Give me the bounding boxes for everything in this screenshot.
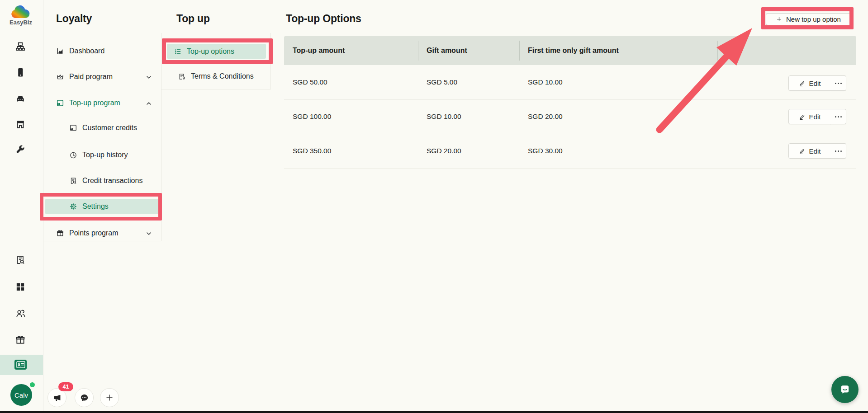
annotation-highlight-top-up-options [162,38,273,64]
user-avatar-label: Calv [14,391,28,399]
easybiz-logo-icon[interactable] [10,4,31,19]
apps-grid-icon[interactable] [15,282,26,292]
nav-item-label: Credit transactions [82,177,142,185]
nav-item-label: Top-up history [82,151,128,159]
store-icon[interactable] [15,119,26,130]
pencil-icon [799,113,806,120]
edit-button[interactable]: Edit [788,109,831,124]
document-search-icon[interactable] [15,254,26,265]
annotation-highlight-new-button [761,7,854,29]
brand-name: EasyBiz [0,19,42,26]
intercom-chat-icon [839,383,851,396]
nav-item-label: Dashboard [69,47,104,55]
nav-item-label: Top-up program [69,99,120,107]
nav-item-top-up-program[interactable]: Top-up program [43,93,161,113]
nav-item-credit-transactions[interactable]: Credit transactions [43,170,161,191]
annotation-highlight-settings [40,193,162,221]
row-actions-menu-button[interactable] [830,143,846,159]
column-header-gift-amount: Gift amount [427,36,467,65]
mobile-app-icon[interactable] [15,67,26,78]
column-separator [717,41,718,61]
rail-item-memberships-selected[interactable] [0,355,43,375]
chevron-up-icon [145,100,152,107]
vehicle-icon[interactable] [15,93,26,104]
org-structure-icon[interactable] [15,41,26,52]
row-divider [284,134,856,134]
edit-button[interactable]: Edit [788,75,831,91]
column-separator [519,41,520,61]
edit-button-label: Edit [809,113,821,121]
membership-card-icon [14,360,27,370]
row-actions-menu-button[interactable] [830,109,846,124]
annotation-arrow [633,14,778,140]
cell-topup-amount: SGD 50.00 [293,65,327,99]
credits-card-icon [69,124,77,132]
column-header-first-time-gift: First time only gift amount [528,36,619,65]
chevron-down-icon [145,74,152,81]
add-button[interactable] [100,388,119,407]
column-header-topup-amount: Top-up amount [293,36,345,65]
user-avatar[interactable]: Calv [10,384,32,406]
nav-item-label: Customer credits [82,124,137,132]
row-divider [284,99,856,100]
ellipsis-icon [835,150,842,152]
gift-icon[interactable] [15,334,26,345]
cell-gift-amount: SGD 20.00 [427,134,461,168]
ellipsis-icon [835,83,842,84]
ellipsis-icon [835,116,842,117]
edit-button[interactable]: Edit [788,143,831,159]
megaphone-icon [52,393,62,403]
chat-dots-icon [80,393,89,403]
nav-item-label: Points program [69,229,119,237]
online-status-dot [29,381,36,388]
cell-first-time-gift: SGD 30.00 [528,134,563,168]
top-up-card-icon [56,99,64,107]
customers-icon[interactable] [15,308,26,319]
cell-topup-amount: SGD 350.00 [293,134,331,168]
app-window: EasyBiz [0,0,868,413]
cell-gift-amount: SGD 5.00 [427,65,457,99]
edit-button-label: Edit [809,80,821,87]
terms-document-icon [178,73,185,80]
points-gift-icon [56,229,64,237]
loyalty-panel-title: Loyalty [56,13,92,25]
nav-item-top-up-history[interactable]: Top-up history [43,145,161,165]
transactions-search-icon [69,177,77,185]
topup-panel-title: Top up [176,13,210,25]
nav-item-paid-program[interactable]: Paid program [43,66,161,87]
chevron-down-icon [145,230,152,237]
cell-first-time-gift: SGD 10.00 [528,65,563,99]
topup-panel-border-bottom [161,89,271,89]
nav-item-label: Paid program [69,73,113,81]
cell-topup-amount: SGD 100.00 [293,99,331,134]
row-actions-menu-button[interactable] [830,75,846,91]
nav-item-customer-credits[interactable]: Customer credits [43,117,161,138]
clock-icon [69,151,77,159]
cell-first-time-gift: SGD 20.00 [528,99,563,134]
window-bottom-edge [0,411,868,413]
nav-item-points-program[interactable]: Points program [43,223,161,244]
crown-icon [56,73,64,81]
subnav-item-label: Terms & Conditions [191,72,254,80]
edit-button-label: Edit [809,147,821,155]
cell-gift-amount: SGD 10.00 [427,99,461,134]
tools-wrench-icon[interactable] [15,144,26,155]
page-title: Top-up Options [286,13,361,25]
chat-launcher-button[interactable] [831,376,859,403]
column-separator [418,41,418,61]
nav-item-dashboard[interactable]: Dashboard [43,41,161,61]
dashboard-icon [56,47,64,55]
row-divider [284,168,856,169]
subnav-item-terms-conditions[interactable]: Terms & Conditions [161,66,270,87]
plus-icon [105,393,114,402]
pencil-icon [799,148,806,155]
messages-button[interactable] [75,388,94,407]
pencil-icon [799,80,806,87]
notification-count-badge: 41 [58,382,73,391]
